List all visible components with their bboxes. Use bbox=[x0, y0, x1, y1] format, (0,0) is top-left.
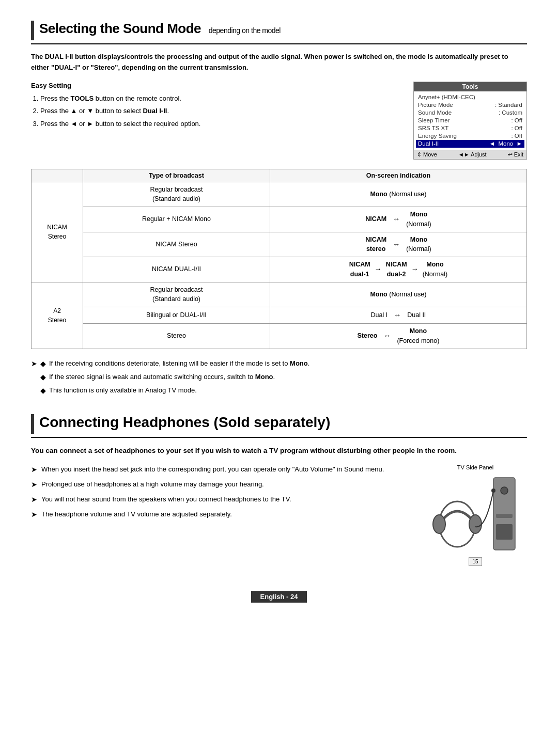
easy-setting-section: Easy Setting Press the TOOLS button on t… bbox=[31, 82, 527, 160]
tools-row-srs: SRS TS XT : Off bbox=[418, 124, 522, 132]
tools-exit: ↩ Exit bbox=[508, 151, 523, 158]
indication: NICAMstereo ↔ Mono(Normal) bbox=[270, 232, 526, 257]
indication: NICAM ↔ Mono(Normal) bbox=[270, 207, 526, 232]
broadcast-type: NICAM DUAL-I/II bbox=[83, 257, 270, 282]
tools-row-energy: Energy Saving : Off bbox=[418, 132, 522, 140]
tools-footer: ⇕ Move ◄► Adjust ↩ Exit bbox=[414, 150, 526, 159]
note-item: ◆ If the receiving conditions deteriorat… bbox=[40, 358, 527, 369]
tools-row-sound: Sound Mode : Custom bbox=[418, 109, 522, 117]
section2-bar bbox=[31, 414, 34, 434]
tools-row-anynet: Anynet+ (HDMI-CEC) bbox=[418, 93, 522, 101]
table-row: Bilingual or DUAL-I/II Dual I ↔ Dual II bbox=[32, 307, 527, 324]
tools-panel-title: Tools bbox=[414, 82, 526, 91]
step2: Press the ▲ or ▼ button to select Dual I… bbox=[40, 105, 398, 118]
svg-point-5 bbox=[433, 515, 445, 533]
section1: Selecting the Sound Mode depending on th… bbox=[31, 21, 527, 399]
section1-intro: The DUAL I-II button displays/controls t… bbox=[31, 52, 527, 73]
note-arrow: ➤ bbox=[31, 358, 37, 368]
tools-row-picture: Picture Mode : Standard bbox=[418, 101, 522, 109]
table-row: NICAM DUAL-I/II NICAMdual-1 → NICAMdual-… bbox=[32, 257, 527, 282]
step1: Press the TOOLS button on the remote con… bbox=[40, 92, 398, 105]
easy-setting-left: Easy Setting Press the TOOLS button on t… bbox=[31, 82, 398, 160]
tools-panel-body: Anynet+ (HDMI-CEC) Picture Mode : Standa… bbox=[414, 91, 526, 150]
page-footer: English - 24 bbox=[31, 587, 527, 603]
nicam-label: NICAMStereo bbox=[32, 182, 83, 282]
note-group: ➤ ◆ If the receiving conditions deterior… bbox=[31, 358, 527, 399]
svg-rect-3 bbox=[496, 524, 513, 540]
table-row: A2Stereo Regular broadcast(Standard audi… bbox=[32, 282, 527, 307]
section1-heading: Selecting the Sound Mode depending on th… bbox=[39, 21, 281, 37]
hp-note-3: ➤ You will not hear sound from the speak… bbox=[31, 494, 413, 505]
easy-setting-steps: Press the TOOLS button on the remote con… bbox=[31, 92, 398, 131]
indication: Mono (Normal use) bbox=[270, 182, 526, 207]
page-number-box: 15 bbox=[469, 557, 482, 566]
hp-note-1: ➤ When you insert the head set jack into… bbox=[31, 464, 413, 475]
tools-move: ⇕ Move bbox=[417, 151, 437, 158]
headphone-notes: ➤ When you insert the head set jack into… bbox=[31, 464, 413, 524]
headphone-image: TV Side Panel bbox=[424, 464, 527, 566]
easy-setting-title: Easy Setting bbox=[31, 82, 398, 89]
table-row: Regular + NICAM Mono NICAM ↔ Mono(Normal… bbox=[32, 207, 527, 232]
indication: Mono (Normal use) bbox=[270, 282, 526, 307]
broadcast-type: Stereo bbox=[83, 324, 270, 349]
tools-adjust: ◄► Adjust bbox=[458, 151, 487, 158]
broadcast-type: Regular + NICAM Mono bbox=[83, 207, 270, 232]
section2-intro: You can connect a set of headphones to y… bbox=[31, 445, 527, 456]
step3: Press the ◄ or ► button to select the re… bbox=[40, 118, 398, 131]
broadcast-type: NICAM Stereo bbox=[83, 232, 270, 257]
hp-note-4: ➤ The headphone volume and TV volume are… bbox=[31, 509, 413, 520]
section2-heading: Connecting Headphones (Sold separately) bbox=[39, 414, 330, 431]
col2-header: On-screen indication bbox=[270, 169, 526, 182]
section1-title-text: Selecting the Sound Mode bbox=[39, 21, 201, 36]
indication: NICAMdual-1 → NICAMdual-2 → Mono(Normal) bbox=[270, 257, 526, 282]
tv-side-panel-label: TV Side Panel bbox=[457, 464, 493, 470]
svg-point-6 bbox=[469, 515, 482, 533]
svg-point-7 bbox=[491, 489, 495, 493]
section2-title-block: Connecting Headphones (Sold separately) bbox=[31, 414, 527, 438]
col1-header: Type of broadcast bbox=[83, 169, 270, 182]
note-item: ◆ This function is only available in Ana… bbox=[40, 385, 527, 396]
tools-row-dual: Dual I-II ◄ Mono ► bbox=[416, 140, 524, 148]
broadcast-table: Type of broadcast On-screen indication N… bbox=[31, 169, 527, 349]
tv-side-panel-svg bbox=[426, 472, 524, 555]
section1-title-block: Selecting the Sound Mode depending on th… bbox=[31, 21, 527, 44]
a2-label: A2Stereo bbox=[32, 282, 83, 349]
headphone-content: ➤ When you insert the head set jack into… bbox=[31, 464, 527, 566]
table-row: Stereo Stereo ↔ Mono(Forced mono) bbox=[32, 324, 527, 349]
note-item: ◆ If the stereo signal is weak and autom… bbox=[40, 372, 527, 383]
broadcast-type: Regular broadcast(Standard audio) bbox=[83, 182, 270, 207]
broadcast-type: Regular broadcast(Standard audio) bbox=[83, 282, 270, 307]
hp-note-2: ➤ Prolonged use of headphones at a high … bbox=[31, 479, 413, 490]
notes-section: ➤ ◆ If the receiving conditions deterior… bbox=[31, 358, 527, 399]
tools-row-sleep: Sleep Timer : Off bbox=[418, 117, 522, 124]
svg-point-1 bbox=[501, 487, 508, 494]
table-row: NICAM Stereo NICAMstereo ↔ Mono(Normal) bbox=[32, 232, 527, 257]
table-row: NICAMStereo Regular broadcast(Standard a… bbox=[32, 182, 527, 207]
footer-badge: English - 24 bbox=[251, 591, 307, 603]
section1-subtitle: depending on the model bbox=[209, 26, 281, 35]
tools-panel: Tools Anynet+ (HDMI-CEC) Picture Mode : … bbox=[413, 82, 527, 160]
col0-header bbox=[32, 169, 83, 182]
broadcast-type: Bilingual or DUAL-I/II bbox=[83, 307, 270, 324]
indication: Stereo ↔ Mono(Forced mono) bbox=[270, 324, 526, 349]
section2: Connecting Headphones (Sold separately) … bbox=[31, 414, 527, 566]
note-bullets: ◆ If the receiving conditions deteriorat… bbox=[40, 358, 527, 399]
svg-rect-2 bbox=[496, 514, 513, 518]
section-bar bbox=[31, 21, 34, 40]
indication: Dual I ↔ Dual II bbox=[270, 307, 526, 324]
